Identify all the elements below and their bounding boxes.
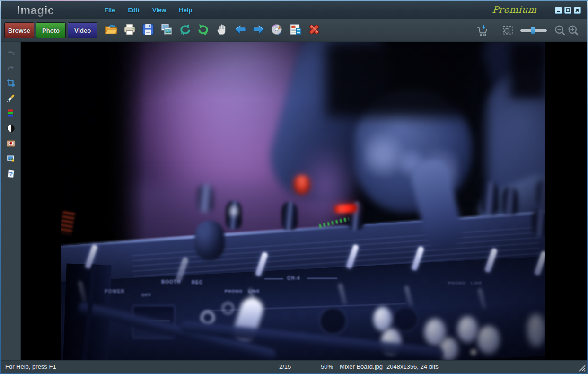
video-button[interactable]: Video [68,22,97,38]
browse-button[interactable]: Browse [4,22,34,38]
svg-text:♪: ♪ [278,23,281,31]
toolbar-right-icons [476,23,580,38]
undo-icon[interactable] [178,22,192,37]
maximize-button[interactable] [564,7,571,14]
rgb-adjust-icon[interactable] [6,108,16,118]
status-file-name: Mixer Board.jpg [340,363,383,370]
app-window: Imagic File Edit View Help Premium [0,0,588,374]
redo-icon[interactable] [197,22,210,37]
previous-image-icon[interactable] [234,22,247,37]
resize-grip[interactable] [578,364,586,372]
maximize-icon [566,8,570,12]
photo-effects-icon[interactable] [6,154,16,163]
svg-text:?: ? [9,170,13,178]
pan-hand-icon[interactable] [215,22,228,37]
edition-badge: Premium [492,4,531,15]
open-folder-icon[interactable] [105,22,118,37]
red-eye-icon[interactable] [6,139,16,148]
app-logo: Imagic [17,4,54,17]
zoom-slider-thumb[interactable] [531,27,535,34]
toolbar: Browse Photo Video [1,19,587,41]
close-icon [575,8,579,12]
next-image-icon[interactable] [252,22,265,37]
window-body: Imagic File Edit View Help Premium [1,1,587,373]
save-icon[interactable] [141,22,155,37]
status-zoom-level: 50% [321,363,333,370]
statusbar: For Help, press F1 2/15 50% Mixer Board.… [1,361,587,373]
image-canvas[interactable]: POWER OFF BOOTH REC CH-4 PHONO LINE PHON… [21,42,587,360]
acquire-cart-icon[interactable] [476,23,489,38]
menubar: File Edit View Help [105,7,193,14]
status-help-text: For Help, press F1 [5,363,56,370]
titlebar: Imagic File Edit View Help Premium [1,1,587,19]
zoom-in-icon[interactable] [567,23,580,38]
menu-edit[interactable]: Edit [128,7,140,14]
photo-image[interactable]: POWER OFF BOOTH REC CH-4 PHONO LINE PHON… [61,42,545,360]
menu-file[interactable]: File [105,7,115,14]
redo-arrow-icon[interactable] [6,63,16,72]
window-controls [555,7,581,14]
menu-view[interactable]: View [152,7,166,14]
zoom-slider[interactable] [520,26,547,35]
crop-icon[interactable] [6,78,16,88]
edit-sidebar: ? [1,42,20,360]
contrast-icon[interactable] [6,124,16,133]
photo-button[interactable]: Photo [36,22,66,38]
copy-photos-icon[interactable] [160,22,173,37]
zoom-select-icon[interactable] [501,23,515,38]
minimize-button[interactable] [555,7,562,14]
print-icon[interactable] [123,22,136,37]
toolbar-icons: ♪ [105,22,321,37]
close-button[interactable] [574,7,581,14]
status-image-info: 2048x1356, 24 bits [386,363,439,370]
zoom-out-icon[interactable] [553,23,567,38]
clean-brush-icon[interactable] [6,93,16,103]
help-icon[interactable]: ? [6,169,16,178]
mode-buttons: Browse Photo Video [4,22,97,38]
burn-cd-icon[interactable]: ♪ [271,22,284,37]
delete-icon[interactable] [307,22,321,37]
menu-help[interactable]: Help [179,7,192,14]
report-icon[interactable] [289,22,302,37]
photo-detail [61,42,545,360]
minimize-icon [556,8,561,12]
undo-arrow-icon[interactable] [6,48,16,57]
status-image-index: 2/15 [279,363,291,370]
